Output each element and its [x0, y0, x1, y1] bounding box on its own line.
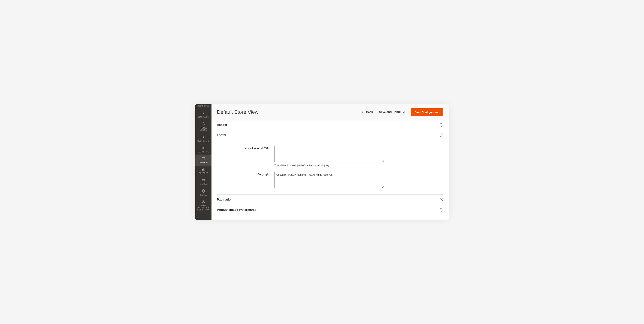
emthemes-icon	[202, 111, 206, 115]
sidebar-item-customers[interactable]: CUSTOMERS	[195, 133, 212, 144]
sidebar-item-stores[interactable]: STORES	[195, 177, 212, 187]
chevron-down-icon	[440, 123, 443, 126]
section-footer-toggle[interactable]: Footer	[217, 130, 443, 140]
section-watermarks-title: Product Image Watermarks	[217, 208, 256, 212]
chevron-down-icon	[440, 198, 443, 201]
svg-point-1	[203, 136, 204, 137]
svg-rect-5	[203, 137, 203, 137]
chevron-up-icon	[440, 133, 443, 137]
save-continue-label: Save and Continue	[379, 110, 405, 114]
boxes-icon	[202, 200, 206, 204]
section-header-toggle[interactable]: Header	[217, 120, 443, 130]
sidebar-item-find-partners[interactable]: FIND PARTNERS & EXTENSIONS	[195, 198, 212, 213]
field-copyright: Copyright	[217, 172, 443, 188]
save-continue-button[interactable]: Save and Continue	[379, 110, 405, 114]
misc-html-textarea[interactable]	[274, 146, 384, 162]
sidebar-item-marketing[interactable]: MARKETING	[195, 144, 212, 155]
section-pagination-title: Pagination	[217, 198, 232, 201]
svg-rect-3	[203, 138, 204, 138]
sidebar-item-products[interactable]: PRODUCTS	[195, 104, 212, 109]
megaphone-icon	[202, 146, 206, 150]
app-frame: PRODUCTS EMTHEMES THEMES DESIGN CUSTOMER…	[195, 104, 449, 220]
section-header-title: Header	[217, 123, 227, 127]
sidebar-item-label: THEMES DESIGN	[196, 127, 211, 131]
sidebar-item-label: SYSTEM	[200, 194, 207, 196]
sidebar-item-label: CONTENT	[199, 161, 208, 164]
misc-html-note: This will be displayed just before the b…	[274, 164, 384, 167]
section-footer-body: Miscellaneous HTML This will be displaye…	[217, 140, 443, 194]
svg-rect-12	[204, 170, 204, 171]
sidebar-item-themes-design[interactable]: THEMES DESIGN	[195, 120, 212, 133]
section-footer-title: Footer	[217, 133, 226, 137]
save-configuration-button[interactable]: Save Configuration	[411, 108, 443, 116]
sidebar: PRODUCTS EMTHEMES THEMES DESIGN CUSTOMER…	[195, 104, 212, 220]
sidebar-item-content[interactable]: CONTENT	[195, 155, 212, 166]
bars-icon	[202, 168, 206, 171]
gear-icon	[202, 189, 206, 193]
sidebar-item-label: CUSTOMERS	[198, 140, 209, 142]
sidebar-item-label: FIND PARTNERS & EXTENSIONS	[196, 205, 211, 211]
sidebar-item-label: EMTHEMES	[198, 116, 208, 118]
header-actions: Back Save and Continue Save Configuratio…	[361, 108, 443, 116]
sidebar-item-system[interactable]: SYSTEM	[195, 187, 212, 198]
svg-point-13	[203, 191, 204, 191]
field-misc-html: Miscellaneous HTML This will be displaye…	[217, 146, 443, 167]
svg-rect-6	[204, 137, 204, 137]
save-configuration-label: Save Configuration	[414, 110, 439, 114]
page-title: Default Store View	[217, 109, 258, 115]
back-button-label: Back	[366, 110, 373, 114]
hexagon-icon	[202, 122, 206, 126]
main-column: Default Store View Back Save and Continu…	[212, 104, 449, 220]
sidebar-item-label: STORES	[200, 183, 207, 185]
sidebar-item-label: REPORTS	[199, 172, 208, 175]
svg-rect-7	[202, 157, 205, 160]
layout-icon	[202, 157, 206, 160]
svg-rect-11	[203, 169, 204, 171]
content-area: Header Footer Miscellaneous HTML	[212, 120, 449, 220]
back-button[interactable]: Back	[361, 110, 373, 114]
svg-rect-2	[203, 137, 204, 138]
misc-html-label: Miscellaneous HTML	[244, 147, 269, 149]
svg-rect-4	[204, 138, 204, 138]
sidebar-item-label: PRODUCTS	[198, 105, 209, 107]
sidebar-item-emthemes[interactable]: EMTHEMES	[195, 109, 212, 120]
section-pagination-toggle[interactable]: Pagination	[217, 195, 443, 205]
sidebar-item-label: MARKETING	[198, 151, 209, 153]
copyright-textarea[interactable]	[274, 172, 384, 188]
sidebar-item-reports[interactable]: REPORTS	[195, 166, 212, 177]
copyright-label: Copyright	[258, 173, 269, 176]
storefront-icon	[202, 178, 206, 182]
section-watermarks-toggle[interactable]: Product Image Watermarks	[217, 205, 443, 215]
svg-marker-0	[202, 122, 205, 125]
svg-rect-10	[202, 169, 203, 171]
page-header: Default Store View Back Save and Continu…	[212, 104, 449, 120]
arrow-left-icon	[361, 110, 364, 114]
person-icon	[202, 135, 205, 139]
chevron-down-icon	[440, 208, 443, 212]
